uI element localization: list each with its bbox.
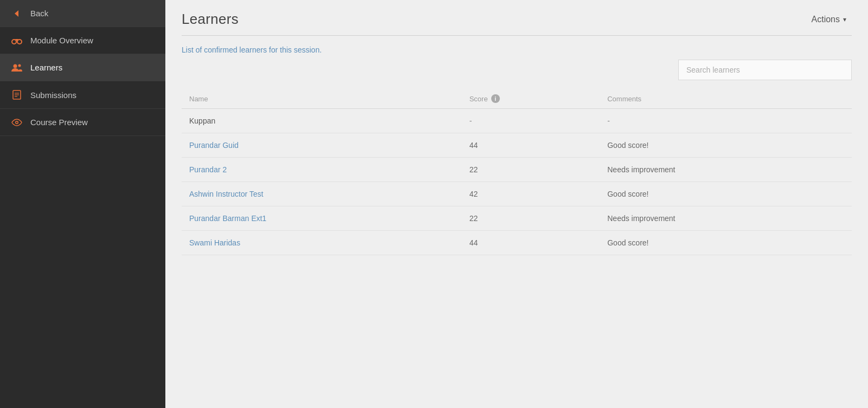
sidebar-item-label-submissions: Submissions [30,90,76,100]
back-icon [11,10,23,17]
sidebar-item-course-preview[interactable]: Course Preview [0,109,165,136]
col-score: Score i [462,89,600,109]
cell-name: Kuppan [182,109,462,133]
binoculars-icon [11,37,23,44]
actions-button[interactable]: Actions ▾ [806,11,852,28]
sidebar-item-label-back: Back [30,9,48,18]
cell-score: - [462,109,600,133]
sidebar: Back Module Overview Learners [0,0,165,408]
eye-icon [11,119,23,126]
actions-label: Actions [812,15,840,24]
cell-score: 44 [462,133,600,158]
svg-point-13 [16,121,18,123]
sidebar-item-label-course-preview: Course Preview [30,118,88,127]
cell-comments: Needs improvement [600,158,852,182]
subtitle-text: List of confirmed learners for this sess… [165,36,868,60]
cell-score: 22 [462,158,600,182]
search-input[interactable] [678,60,852,80]
table-header-row: Name Score i Comments [182,89,852,109]
table-row: Purandar Barman Ext122Needs improvement [182,206,852,231]
svg-point-5 [18,40,21,43]
col-name: Name [182,89,462,109]
table-row: Ashwin Instructor Test42Good score! [182,182,852,206]
table-row: Purandar 222Needs improvement [182,158,852,182]
cell-score: 42 [462,182,600,206]
cell-name[interactable]: Swami Haridas [182,231,462,255]
main-content: Learners Actions ▾ List of confirmed lea… [165,0,868,408]
cell-comments: Good score! [600,133,852,158]
search-bar-row [165,60,868,89]
table-row: Swami Haridas44Good score! [182,231,852,255]
cell-name[interactable]: Purandar Guid [182,133,462,158]
cell-comments: Good score! [600,182,852,206]
learners-icon [11,63,23,72]
cell-comments: Good score! [600,231,852,255]
submissions-icon [11,90,23,100]
cell-comments: - [600,109,852,133]
sidebar-item-submissions[interactable]: Submissions [0,81,165,109]
svg-rect-3 [15,39,18,41]
table-row: Kuppan-- [182,109,852,133]
cell-name[interactable]: Purandar Barman Ext1 [182,206,462,231]
cell-score: 44 [462,231,600,255]
svg-point-6 [14,64,17,68]
header-bar: Learners Actions ▾ [165,0,868,28]
sidebar-item-learners[interactable]: Learners [0,54,165,81]
cell-comments: Needs improvement [600,206,852,231]
col-comments: Comments [600,89,852,109]
sidebar-item-label-learners: Learners [30,63,62,72]
sidebar-item-label-module-overview: Module Overview [30,36,93,45]
table-container: Name Score i Comments Kuppan--Purandar G… [165,89,868,408]
chevron-down-icon: ▾ [843,16,846,23]
svg-marker-0 [15,10,18,17]
score-info-icon[interactable]: i [491,94,500,103]
table-row: Purandar Guid44Good score! [182,133,852,158]
page-title: Learners [182,11,239,28]
svg-point-7 [18,64,21,67]
cell-name[interactable]: Purandar 2 [182,158,462,182]
cell-score: 22 [462,206,600,231]
sidebar-item-module-overview[interactable]: Module Overview [0,27,165,54]
sidebar-item-back[interactable]: Back [0,0,165,27]
cell-name[interactable]: Ashwin Instructor Test [182,182,462,206]
svg-point-4 [12,40,16,43]
learners-table: Name Score i Comments Kuppan--Purandar G… [182,89,852,255]
